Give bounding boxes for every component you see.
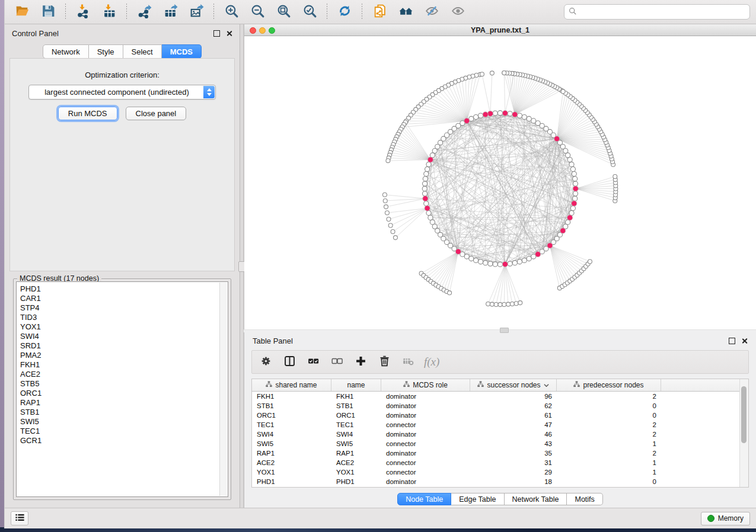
vertical-splitter[interactable] bbox=[240, 24, 244, 508]
export-table-button[interactable] bbox=[159, 2, 181, 21]
column-header-successor-nodes[interactable]: successor nodes bbox=[470, 379, 557, 391]
table-row[interactable]: ACE2ACE2connector311 bbox=[252, 458, 740, 467]
mcds-node-item[interactable]: PHD1 bbox=[20, 284, 228, 294]
maximize-window-icon[interactable] bbox=[269, 27, 275, 34]
column-header-name[interactable]: name bbox=[331, 379, 381, 391]
two-houses-icon bbox=[398, 4, 413, 20]
memory-button[interactable]: Memory bbox=[701, 512, 750, 525]
search-input[interactable] bbox=[580, 7, 745, 17]
deselect-all-rows-button[interactable] bbox=[329, 354, 344, 370]
minimize-window-icon[interactable] bbox=[259, 27, 266, 34]
mcds-node-item[interactable]: STP4 bbox=[20, 303, 228, 313]
table-row[interactable]: YOX1YOX1connector291 bbox=[252, 467, 740, 477]
table-row[interactable]: SWI5SWI5connector431 bbox=[252, 439, 740, 448]
table-row[interactable]: TEC1TEC1connector472 bbox=[252, 420, 740, 430]
column-header-predecessor-nodes[interactable]: predecessor nodes bbox=[557, 379, 661, 391]
tab-network-table[interactable]: Network Table bbox=[505, 493, 567, 505]
table-row[interactable]: RAP1RAP1dominator352 bbox=[252, 448, 740, 458]
mcds-node-item[interactable]: CAR1 bbox=[20, 294, 228, 303]
trash-icon bbox=[378, 355, 391, 369]
delete-column-button[interactable] bbox=[377, 354, 392, 370]
mcds-result-list[interactable]: PHD1CAR1STP4TID3YOX1SWI4SRD1PMA2FKH1ACE2… bbox=[16, 281, 228, 497]
mcds-node-item[interactable]: TEC1 bbox=[20, 427, 228, 436]
table-scrollbar[interactable] bbox=[739, 379, 748, 487]
zoom-fit-button[interactable] bbox=[272, 2, 295, 21]
mcds-node-item[interactable]: SRD1 bbox=[20, 341, 228, 351]
table-row[interactable]: FKH1FKH1dominator962 bbox=[252, 392, 740, 401]
mcds-node-item[interactable]: ORC1 bbox=[20, 389, 228, 398]
task-history-button[interactable] bbox=[11, 511, 28, 525]
hide-selected-button[interactable] bbox=[420, 2, 443, 21]
table-settings-button[interactable] bbox=[258, 354, 273, 370]
tab-motifs[interactable]: Motifs bbox=[567, 493, 602, 505]
tab-network[interactable]: Network bbox=[43, 44, 89, 59]
tab-node-table[interactable]: Node Table bbox=[397, 493, 451, 505]
zoom-out-button[interactable] bbox=[246, 2, 269, 21]
table-cell: 47 bbox=[470, 421, 557, 428]
table-cell: STB1 bbox=[331, 402, 381, 409]
create-column-button[interactable] bbox=[353, 354, 368, 370]
tab-edge-table[interactable]: Edge Table bbox=[451, 493, 504, 505]
table-cell: 1 bbox=[557, 459, 661, 466]
tab-select[interactable]: Select bbox=[123, 44, 162, 59]
horizontal-splitter[interactable] bbox=[244, 329, 756, 332]
table-row[interactable]: ORC1ORC1dominator610 bbox=[252, 411, 740, 420]
table-cell: 29 bbox=[470, 469, 557, 476]
function-builder-button[interactable]: f(x) bbox=[424, 354, 439, 370]
mcds-node-item[interactable]: SWI5 bbox=[20, 417, 228, 427]
run-mcds-button[interactable]: Run MCDS bbox=[58, 107, 117, 120]
delete-table-icon bbox=[402, 355, 414, 369]
float-panel-icon[interactable] bbox=[213, 30, 220, 37]
delete-table-button[interactable] bbox=[400, 354, 416, 370]
close-window-icon[interactable] bbox=[250, 27, 256, 34]
mcds-node-item[interactable]: YOX1 bbox=[20, 322, 228, 332]
show-columns-button[interactable] bbox=[282, 354, 297, 370]
scrollbar-thumb[interactable] bbox=[741, 386, 747, 443]
save-session-button[interactable] bbox=[37, 2, 59, 21]
export-image-button[interactable] bbox=[185, 2, 208, 21]
mcds-node-item[interactable]: STB1 bbox=[20, 408, 228, 417]
tab-mcds[interactable]: MCDS bbox=[162, 44, 202, 59]
zoom-selected-button[interactable] bbox=[298, 2, 321, 21]
splitter-grip[interactable] bbox=[500, 328, 509, 333]
new-network-from-selection-button[interactable] bbox=[368, 2, 391, 21]
select-all-rows-button[interactable] bbox=[305, 354, 321, 370]
network-graph[interactable] bbox=[244, 36, 756, 329]
table-cell: 2 bbox=[557, 431, 661, 438]
table-row[interactable]: PHD1PHD1dominator180 bbox=[252, 477, 740, 486]
tab-style[interactable]: Style bbox=[89, 44, 123, 59]
column-header-MCDS-role[interactable]: MCDS role bbox=[381, 379, 470, 391]
first-neighbors-button[interactable] bbox=[394, 2, 417, 21]
close-panel-button[interactable]: Close panel bbox=[126, 107, 187, 120]
close-panel-icon[interactable] bbox=[226, 30, 232, 37]
mcds-node-item[interactable]: STB5 bbox=[20, 379, 228, 389]
optimization-criterion-dropdown[interactable]: largest connected component (undirected) bbox=[28, 85, 216, 100]
zoom-in-icon bbox=[224, 4, 239, 20]
zoom-in-button[interactable] bbox=[220, 2, 243, 21]
import-table-button[interactable] bbox=[98, 2, 120, 21]
mcds-node-item[interactable]: FKH1 bbox=[20, 360, 228, 370]
show-all-button[interactable] bbox=[446, 2, 469, 21]
table-cell: STB1 bbox=[252, 402, 331, 409]
mcds-node-item[interactable]: RAP1 bbox=[20, 398, 228, 408]
column-header-shared-name[interactable]: shared name bbox=[252, 379, 331, 391]
table-cell: 31 bbox=[470, 459, 557, 466]
table-cell: SWI4 bbox=[331, 431, 381, 438]
mcds-node-item[interactable]: PMA2 bbox=[20, 351, 228, 360]
table-cell: 96 bbox=[470, 393, 557, 400]
import-network-button[interactable] bbox=[72, 2, 94, 21]
mcds-node-item[interactable]: GCR1 bbox=[20, 436, 228, 446]
export-network-button[interactable] bbox=[133, 2, 155, 21]
table-row[interactable]: STB1STB1dominator620 bbox=[252, 401, 740, 411]
new-network-document-icon bbox=[372, 4, 387, 20]
mcds-node-item[interactable]: TID3 bbox=[20, 313, 228, 322]
close-panel-icon[interactable] bbox=[741, 338, 748, 344]
mcds-list-scrollbar[interactable] bbox=[219, 283, 227, 496]
float-panel-icon[interactable] bbox=[729, 338, 735, 344]
mcds-node-item[interactable]: SWI4 bbox=[20, 332, 228, 341]
mcds-node-item[interactable]: ACE2 bbox=[20, 370, 228, 379]
apply-layout-button[interactable] bbox=[333, 2, 356, 21]
table-row[interactable]: SWI4SWI4dominator462 bbox=[252, 430, 740, 439]
open-session-button[interactable] bbox=[11, 2, 33, 21]
network-canvas[interactable] bbox=[244, 36, 756, 329]
